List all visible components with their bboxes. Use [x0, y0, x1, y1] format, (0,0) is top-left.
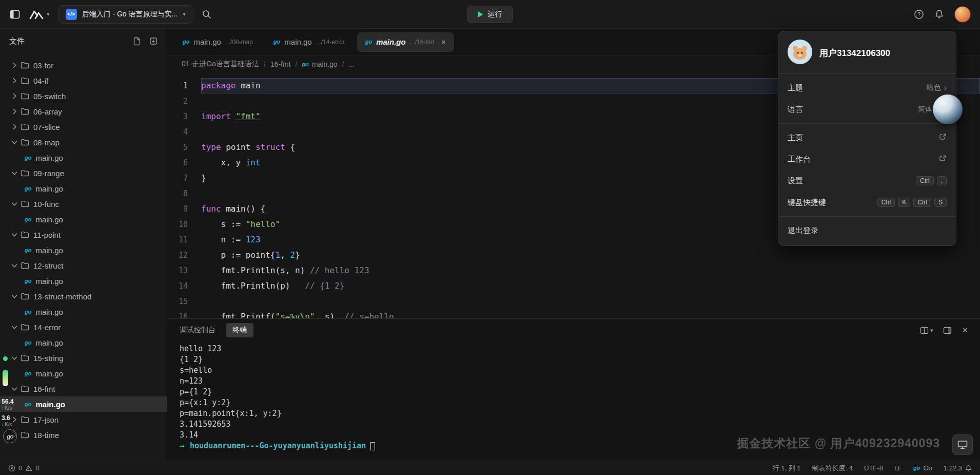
tree-folder-07-slice[interactable]: 07-slice — [0, 119, 167, 135]
tree-folder-14-error[interactable]: 14-error — [0, 319, 167, 335]
tab-filename: main.go — [284, 37, 311, 46]
tree-folder-17-json[interactable]: 17-json — [0, 412, 167, 427]
course-switcher[interactable]: </> 后端入门 - Go 语言原理与实... ▾ — [58, 5, 193, 24]
breadcrumb-item[interactable]: gomain.go — [302, 60, 337, 68]
chevron-icon — [10, 108, 18, 115]
tree-file-main.go[interactable]: gomain.go — [0, 304, 167, 319]
file-explorer: 文件 03-for04-if05-switch06-array07-slice0… — [0, 29, 167, 461]
tree-folder-13-struct-method[interactable]: 13-struct-method — [0, 289, 167, 304]
breadcrumb-label: 16-fmt — [270, 60, 291, 68]
tree-folder-15-string[interactable]: 15-string — [0, 350, 167, 366]
folder-icon — [21, 108, 29, 115]
menu-item-right — [939, 155, 947, 164]
sidebar-toggle-button[interactable] — [9, 9, 21, 20]
course-icon: </> — [66, 9, 77, 20]
code-line[interactable]: 12 p := point{1, 2} — [167, 248, 980, 263]
menu-item-right: Ctrl, — [916, 176, 947, 185]
encoding[interactable]: UTF-8 — [864, 464, 883, 472]
error-icon — [8, 465, 15, 472]
menu-item-workbench[interactable]: 工作台 — [778, 148, 956, 170]
tab-terminal[interactable]: 终端 — [226, 323, 253, 337]
tree-file-main.go[interactable]: gomain.go — [0, 335, 167, 350]
indentation[interactable]: 制表符长度: 4 — [812, 464, 853, 473]
terminal-cursor — [370, 442, 375, 450]
breadcrumb-item[interactable]: 16-fmt — [270, 60, 291, 68]
app-logo[interactable]: ▾ — [29, 9, 50, 20]
code-line[interactable]: 13 fmt.Println(s, n) // hello 123 — [167, 263, 980, 278]
tab-debug-console[interactable]: 调试控制台 — [180, 326, 215, 335]
menu-item-label: 主题 — [788, 83, 803, 93]
menu-item-language[interactable]: 语言简体中文 — [778, 99, 956, 120]
code-line[interactable]: 14 fmt.Println(p) // {1 2} — [167, 278, 980, 294]
tree-folder-06-array[interactable]: 06-array — [0, 104, 167, 119]
tree-folder-04-if[interactable]: 04-if — [0, 73, 167, 88]
line-number: 2 — [167, 93, 201, 109]
menu-item-home[interactable]: 主页 — [778, 127, 956, 148]
line-number: 13 — [167, 263, 201, 278]
folder-icon — [21, 62, 29, 69]
user-avatar[interactable] — [954, 6, 971, 23]
tab-close-icon[interactable]: × — [441, 37, 446, 46]
arrow-down-icon: ↓ — [2, 422, 4, 427]
code-line[interactable]: 16 fmt.Printf("s=%v\n", s) // s=hello — [167, 309, 980, 318]
panel-layout-icon[interactable] — [943, 327, 952, 334]
chevron-icon — [11, 354, 17, 362]
tree-folder-12-struct[interactable]: 12-struct — [0, 258, 167, 273]
help-button[interactable]: ? — [914, 9, 924, 20]
chevron-down-icon: ▾ — [47, 11, 50, 17]
close-panel-icon[interactable]: × — [962, 326, 968, 335]
new-file-icon[interactable] — [133, 37, 141, 46]
remote-monitor-button[interactable] — [952, 434, 973, 455]
code-text: fmt.Println(s, n) // hello 123 — [201, 263, 980, 278]
line-number: 11 — [167, 232, 201, 248]
tree-folder-03-for[interactable]: 03-for — [0, 58, 167, 73]
folder-icon — [21, 200, 29, 207]
folder-name: 12-struct — [33, 261, 63, 270]
tree-folder-09-range[interactable]: 09-range — [0, 165, 167, 181]
tree-file-main.go[interactable]: gomain.go — [0, 181, 167, 196]
chevron-right-icon: › — [944, 83, 947, 92]
editor-tab[interactable]: gomain.go.../16-fmt× — [357, 32, 454, 52]
menu-item-logout[interactable]: 退出登录 — [778, 220, 956, 241]
editor-tab[interactable]: gomain.go.../14-error — [265, 32, 353, 52]
tree-file-main.go[interactable]: gomain.go — [0, 150, 167, 165]
tree-folder-11-point[interactable]: 11-point — [0, 227, 167, 242]
breadcrumb-item[interactable]: ... — [349, 60, 355, 68]
floating-widget[interactable] — [933, 94, 963, 124]
language-mode[interactable]: go Go — [913, 464, 932, 472]
explorer-header: 文件 — [0, 29, 167, 53]
breadcrumb-item[interactable]: 01-走进Go语言基础语法 — [182, 60, 259, 69]
tree-folder-16-fmt[interactable]: 16-fmt — [0, 381, 167, 396]
tree-file-main.go[interactable]: gomain.go — [0, 396, 167, 412]
line-number: 9 — [167, 201, 201, 217]
code-line[interactable]: 15 — [167, 294, 980, 309]
split-terminal-icon[interactable]: ▾ — [920, 327, 933, 334]
tree-file-main.go[interactable]: gomain.go — [0, 212, 167, 227]
menu-item-right: CtrlKCtrlS — [877, 198, 947, 207]
tree-file-main.go[interactable]: gomain.go — [0, 242, 167, 258]
folder-name: 14-error — [33, 323, 61, 332]
tree-file-main.go[interactable]: gomain.go — [0, 366, 167, 381]
menu-item-theme[interactable]: 主题暗色› — [778, 77, 956, 99]
tree-folder-10-func[interactable]: 10-func — [0, 196, 167, 212]
cursor-position[interactable]: 行 1, 列 1 — [773, 464, 801, 473]
tree-folder-05-switch[interactable]: 05-switch — [0, 88, 167, 104]
menu-item-settings[interactable]: 设置Ctrl, — [778, 170, 956, 192]
tree-file-main.go[interactable]: gomain.go — [0, 273, 167, 289]
go-version[interactable]: 1.22.3 — [944, 464, 972, 472]
import-icon[interactable] — [149, 37, 158, 45]
tree-folder-18-time[interactable]: 18-time — [0, 427, 167, 443]
menu-item-label: 键盘快捷键 — [788, 198, 826, 207]
search-button[interactable] — [202, 9, 212, 20]
problems-indicator[interactable]: 0 0 — [8, 464, 39, 472]
menu-item-shortcuts[interactable]: 键盘快捷键CtrlKCtrlS — [778, 192, 956, 213]
tab-filename: main.go — [376, 37, 406, 46]
eol-indicator[interactable]: LF — [894, 464, 902, 472]
notifications-button[interactable] — [934, 9, 944, 20]
folder-icon — [21, 123, 29, 130]
user-menu-items: 主题暗色›语言简体中文主页工作台设置Ctrl,键盘快捷键CtrlKCtrlS退出… — [778, 74, 956, 241]
run-button[interactable]: 运行 — [467, 6, 513, 23]
file-name: main.go — [35, 154, 63, 162]
tree-folder-08-map[interactable]: 08-map — [0, 135, 167, 150]
editor-tab[interactable]: gomain.go.../08-map — [174, 32, 261, 52]
